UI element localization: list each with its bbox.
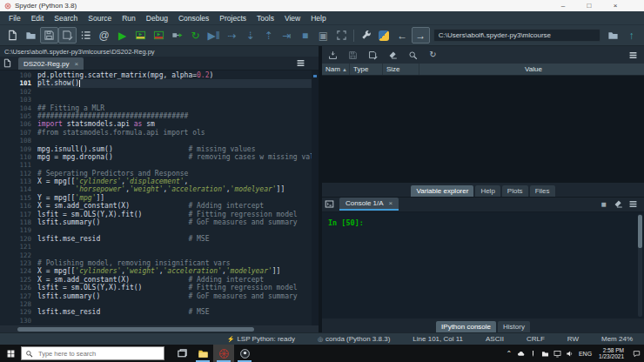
code-line-130[interactable]: 130	[0, 317, 312, 325]
pythonpath-manager-icon[interactable]	[375, 27, 393, 44]
tab-history[interactable]: History	[498, 321, 530, 332]
scrollbar-thumb[interactable]	[17, 327, 254, 332]
code-line-120[interactable]: 120lsfit.mse_resid # MSE	[0, 235, 312, 243]
code-line-122[interactable]: 122	[0, 251, 312, 259]
menu-run[interactable]: Run	[117, 14, 141, 23]
code-line-125[interactable]: 125X = sm.add_constant(X) # Adding inter…	[0, 276, 312, 284]
code-line-103[interactable]: 103	[0, 96, 312, 104]
volume-icon[interactable]	[564, 346, 576, 360]
code-line-121[interactable]: 121	[0, 243, 312, 251]
forward-icon[interactable]: →	[412, 27, 430, 44]
interrupt-kernel-icon[interactable]: ■	[596, 198, 611, 211]
code-editor[interactable]: 100pd.plotting.scatter_matrix(mpg, alpha…	[0, 70, 319, 325]
display-settings-icon[interactable]	[552, 346, 564, 360]
clear-console-icon[interactable]	[611, 198, 626, 211]
code-line-109[interactable]: 109mpg.isnull().sum() # missing values	[0, 145, 312, 153]
browse-tabs-icon[interactable]	[0, 57, 15, 70]
code-line-129[interactable]: 129lsfit.mse_resid # MSE	[0, 308, 312, 316]
tab-ipython-console[interactable]: IPython console	[436, 321, 496, 332]
editor-horizontal-scrollbar[interactable]	[0, 325, 319, 332]
language-indicator[interactable]: ENG	[579, 351, 592, 357]
menu-projects[interactable]: Projects	[214, 14, 252, 23]
preferences-icon[interactable]	[357, 27, 375, 44]
obs-app-icon[interactable]	[234, 345, 255, 362]
search-input[interactable]	[37, 349, 164, 359]
code-line-128[interactable]: 128	[0, 300, 312, 308]
menu-debug[interactable]: Debug	[141, 14, 173, 23]
code-line-117[interactable]: 117lsfit = sm.OLS(Y,X).fit() # Fitting r…	[0, 211, 312, 218]
code-line-101[interactable]: 101plt.show()	[0, 79, 312, 87]
action-center-icon[interactable]	[628, 346, 644, 360]
code-line-118[interactable]: 118lsfit.summary() # GoF measures and su…	[0, 218, 312, 226]
code-line-108[interactable]: 108	[0, 137, 312, 144]
code-line-111[interactable]: 111	[0, 161, 312, 169]
open-file-icon[interactable]	[22, 27, 40, 44]
tab-help[interactable]: Help	[475, 185, 500, 197]
outline-explorer-icon[interactable]	[77, 27, 95, 44]
run-selection-icon[interactable]	[168, 27, 186, 44]
run-cell-icon[interactable]	[131, 27, 150, 44]
save-file-icon[interactable]	[40, 27, 58, 44]
onedrive-icon[interactable]	[515, 346, 527, 360]
working-directory-input[interactable]	[433, 29, 600, 42]
code-line-105[interactable]: 105####################################	[0, 112, 312, 120]
menu-consoles[interactable]: Consoles	[173, 14, 214, 23]
console-tab-close-icon[interactable]: ×	[389, 199, 393, 207]
reset-namespace-icon[interactable]	[386, 49, 400, 62]
code-line-116[interactable]: 116X = sm.add_constant(X) # Adding inter…	[0, 202, 312, 210]
back-icon[interactable]: ←	[393, 27, 412, 44]
menu-view[interactable]: View	[279, 14, 305, 23]
code-line-106[interactable]: 106import statsmodels.api as sm	[0, 120, 312, 128]
column-header-nam[interactable]: Nam▲	[322, 64, 350, 75]
code-line-127[interactable]: 127lsfit.summary() # GoF measures and su…	[0, 292, 312, 300]
rerun-last-cell-icon[interactable]: ↻	[186, 27, 205, 44]
variable-table-body[interactable]	[322, 76, 644, 183]
step-into-icon[interactable]: ⇣	[241, 27, 259, 44]
editor-options-icon[interactable]	[293, 57, 308, 70]
code-line-107[interactable]: 107#from statsmodels.formula.api import …	[0, 129, 312, 137]
menu-help[interactable]: Help	[305, 14, 331, 23]
code-line-112[interactable]: 112# Seperating Predictors and Response	[0, 170, 312, 178]
find-in-files-icon[interactable]: @	[95, 27, 113, 44]
pen-device-icon[interactable]	[527, 346, 540, 360]
fullscreen-mode-icon[interactable]	[332, 27, 351, 44]
browse-working-directory-icon[interactable]	[604, 27, 622, 44]
save-data-icon[interactable]	[345, 49, 360, 62]
editor-tab[interactable]: DS202-Reg.py ×	[18, 57, 84, 70]
console-scrollbar-thumb[interactable]	[638, 215, 642, 248]
new-file-icon[interactable]	[3, 27, 22, 44]
step-return-icon[interactable]: ⇡	[259, 27, 278, 44]
code-line-124[interactable]: 124X = mpg[['cylinders','weight','accele…	[0, 267, 312, 275]
continue-execution-icon[interactable]: ⇥	[278, 27, 296, 44]
console-tab[interactable]: Console 1/A ×	[339, 198, 399, 211]
tab-files[interactable]: Files	[530, 185, 555, 197]
file-explorer-icon[interactable]	[192, 345, 213, 362]
code-line-119[interactable]: 119	[0, 226, 312, 234]
refresh-variables-icon[interactable]: ↻	[426, 49, 440, 62]
tab-close-icon[interactable]: ×	[74, 60, 78, 68]
code-line-110[interactable]: 110mpg = mpg.dropna() # removing cases w…	[0, 153, 312, 161]
code-line-114[interactable]: 114 'horsepower','weight','acceleration'…	[0, 185, 312, 193]
spyder-app-icon[interactable]	[213, 345, 234, 362]
minimize-button[interactable]: –	[550, 2, 576, 10]
console-scrollbar[interactable]	[638, 214, 642, 318]
task-view-icon[interactable]	[171, 345, 192, 362]
hidden-icons-icon[interactable]: ⌃	[503, 346, 515, 360]
column-header-type[interactable]: Type	[350, 64, 383, 75]
stop-debugging-icon[interactable]: ■	[296, 27, 314, 44]
console-options-icon[interactable]	[626, 198, 641, 211]
code-line-126[interactable]: 126lsfit = sm.OLS(Y,X).fit() # Fitting r…	[0, 284, 312, 292]
save-data-as-icon[interactable]	[366, 49, 380, 62]
tab-variable-explorer[interactable]: Variable explorer	[411, 185, 473, 197]
menu-edit[interactable]: Edit	[26, 14, 50, 23]
code-line-104[interactable]: 104## Fitting a MLR	[0, 104, 312, 112]
column-header-value[interactable]: Value	[419, 64, 644, 75]
menu-source[interactable]: Source	[83, 14, 117, 23]
step-over-icon[interactable]: ⇢	[223, 27, 241, 44]
tray-folder-icon[interactable]	[540, 346, 552, 360]
menu-tools[interactable]: Tools	[252, 14, 279, 23]
save-all-icon[interactable]	[58, 27, 77, 44]
parent-directory-icon[interactable]: ↑	[622, 27, 641, 44]
column-header-size[interactable]: Size	[383, 64, 419, 75]
code-line-123[interactable]: 123# Polishing model, removing insignifi…	[0, 259, 312, 267]
